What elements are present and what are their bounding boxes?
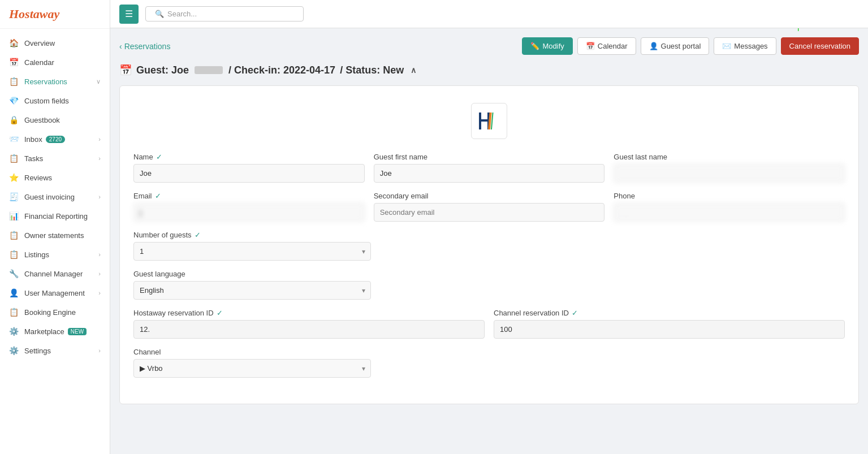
- guest-language-select-wrapper: English French Spanish: [133, 281, 371, 300]
- channel-field-group: Channel ▶ Vrbo Airbnb Booking.com: [133, 348, 371, 378]
- sidebar-item-settings[interactable]: ⚙️ Settings ›: [0, 341, 110, 360]
- guest-first-name-field-group: Guest first name: [374, 153, 605, 183]
- channel-label: Channel: [133, 348, 371, 356]
- sidebar-item-reviews[interactable]: ⭐ Reviews: [0, 168, 110, 187]
- chevron-right-icon: ›: [98, 289, 101, 296]
- sidebar-item-label: Reservations: [24, 77, 67, 86]
- sidebar-item-custom-fields[interactable]: 💎 Custom fields: [0, 91, 110, 110]
- sidebar-item-marketplace[interactable]: ⚙️ Marketplace NEW: [0, 322, 110, 341]
- form-logo-area: [133, 103, 845, 139]
- chevron-down-icon: ∨: [96, 78, 101, 85]
- chart-icon: 📊: [9, 211, 19, 220]
- channel-select[interactable]: ▶ Vrbo Airbnb Booking.com: [133, 359, 371, 378]
- listings-icon: 📋: [9, 250, 19, 259]
- breadcrumb-bar: ‹ Reservations ↑ ✏️ Modify 📅 Calendar 👤: [119, 37, 859, 55]
- sidebar-item-label: Channel Manager: [24, 270, 83, 278]
- name-input[interactable]: [133, 164, 365, 183]
- guest-first-name-label: Guest first name: [374, 153, 605, 161]
- sidebar-logo: Hostaway: [0, 0, 110, 29]
- sidebar-item-label: Booking Engine: [24, 308, 76, 317]
- phone-input-wrapper: 🇦🇺: [614, 203, 845, 222]
- guest-name-blurred: [195, 66, 223, 74]
- name-label: Name ✓: [133, 153, 365, 161]
- diamond-icon: 💎: [9, 96, 19, 105]
- sidebar-item-overview[interactable]: 🏠 Overview: [0, 33, 110, 53]
- reservation-form-card: Name ✓ Guest first name Guest last n: [119, 85, 859, 404]
- sidebar-item-label: Financial Reporting: [24, 212, 88, 220]
- email-check-icon: ✓: [155, 192, 161, 200]
- sidebar-item-owner-statements[interactable]: 📋 Owner statements: [0, 226, 110, 245]
- form-row-email: Email ✓ Secondary email Phone: [133, 192, 845, 222]
- guest-portal-button[interactable]: 👤 Guest portal: [641, 37, 710, 55]
- secondary-email-input[interactable]: [374, 203, 605, 222]
- sidebar-item-label: Overview: [24, 39, 55, 47]
- user-icon: 👤: [9, 288, 19, 297]
- settings-icon: ⚙️: [9, 346, 19, 355]
- sidebar-item-label: Calendar: [24, 58, 54, 67]
- sidebar-item-reservations[interactable]: 📋 Reservations ∨: [0, 72, 110, 91]
- page-content: ‹ Reservations ↑ ✏️ Modify 📅 Calendar 👤: [110, 28, 868, 454]
- guest-last-name-input[interactable]: [614, 164, 845, 183]
- sidebar-item-tasks[interactable]: 📋 Tasks ›: [0, 149, 110, 168]
- svg-rect-0: [479, 113, 481, 129]
- chevron-right-icon: ›: [98, 136, 101, 142]
- sidebar-item-label: Guestbook: [24, 116, 60, 124]
- messages-label: Messages: [734, 42, 767, 50]
- messages-button[interactable]: ✉️ Messages: [714, 37, 776, 55]
- guest-first-name-input[interactable]: [374, 164, 605, 183]
- secondary-email-field-group: Secondary email: [374, 192, 605, 222]
- channel-id-check-icon: ✓: [572, 309, 578, 317]
- sidebar-item-financial-reporting[interactable]: 📊 Financial Reporting: [0, 206, 110, 226]
- sidebar-item-label: Custom fields: [24, 97, 69, 105]
- svg-rect-2: [481, 119, 487, 122]
- secondary-email-label: Secondary email: [374, 192, 605, 200]
- calendar-button[interactable]: 📅 Calendar: [577, 37, 636, 55]
- sidebar-item-label: Reviews: [24, 174, 52, 182]
- messages-icon: ✉️: [722, 42, 731, 50]
- sidebar-item-guest-invoicing[interactable]: 🧾 Guest invoicing ›: [0, 187, 110, 206]
- chevron-right-icon: ›: [98, 251, 101, 258]
- name-check-icon: ✓: [156, 153, 162, 161]
- sidebar-item-calendar[interactable]: 📅 Calendar: [0, 53, 110, 72]
- channel-select-wrapper: ▶ Vrbo Airbnb Booking.com: [133, 359, 371, 378]
- chevron-right-icon: ›: [98, 193, 101, 200]
- status-label: / Status: New: [340, 64, 404, 76]
- channel-reservation-id-group: Channel reservation ID ✓: [494, 309, 845, 339]
- form-row-language: Guest language English French Spanish: [133, 270, 371, 300]
- search-icon: 🔍: [155, 10, 164, 18]
- lock-icon: 🔒: [9, 115, 19, 124]
- modify-label: Modify: [542, 42, 564, 50]
- marketplace-icon: ⚙️: [9, 327, 19, 336]
- cancel-reservation-button[interactable]: Cancel reservation: [781, 37, 859, 55]
- reservations-icon: 📋: [9, 77, 19, 86]
- chevron-right-icon: ›: [98, 347, 101, 354]
- star-icon: ⭐: [9, 173, 19, 182]
- sidebar-item-user-management[interactable]: 👤 User Management ›: [0, 283, 110, 302]
- sidebar-item-label: Inbox: [24, 135, 42, 144]
- guest-header: 📅 Guest: Joe / Check-in: 2022-04-17 / St…: [119, 64, 859, 76]
- modify-button[interactable]: ✏️ Modify: [522, 37, 572, 55]
- email-input[interactable]: [133, 203, 365, 222]
- calendar-label: Calendar: [598, 42, 628, 50]
- sidebar-item-guestbook[interactable]: 🔒 Guestbook: [0, 110, 110, 129]
- cancel-label: Cancel reservation: [789, 42, 850, 50]
- chevron-up-icon: ∧: [411, 66, 416, 75]
- sidebar-item-listings[interactable]: 📋 Listings ›: [0, 245, 110, 264]
- number-of-guests-select[interactable]: 1 2 3: [133, 242, 371, 261]
- email-field-group: Email ✓: [133, 192, 365, 222]
- menu-toggle-button[interactable]: ☰: [119, 5, 139, 24]
- guest-language-select[interactable]: English French Spanish: [133, 281, 371, 300]
- chevron-back-icon: ‹: [119, 42, 122, 51]
- tasks-icon: 📋: [9, 154, 19, 163]
- reservations-breadcrumb-link[interactable]: ‹ Reservations: [119, 42, 170, 51]
- sidebar-item-channel-manager[interactable]: 🔧 Channel Manager ›: [0, 264, 110, 283]
- sidebar-item-booking-engine[interactable]: 📋 Booking Engine: [0, 302, 110, 322]
- search-box[interactable]: 🔍 Search...: [145, 6, 304, 21]
- channel-reservation-id-input: [494, 320, 845, 339]
- green-arrow-annotation: ↑: [794, 28, 802, 33]
- chevron-right-icon: ›: [98, 155, 101, 162]
- sidebar-item-inbox[interactable]: 📨 Inbox 2720 ›: [0, 129, 110, 149]
- number-of-guests-select-wrapper: 1 2 3: [133, 242, 371, 261]
- phone-input[interactable]: [614, 203, 845, 222]
- home-icon: 🏠: [9, 38, 19, 47]
